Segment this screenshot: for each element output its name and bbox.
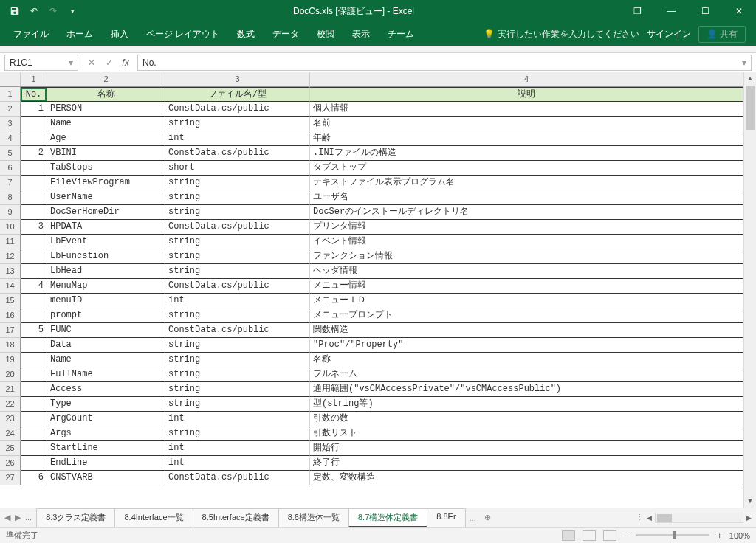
cell[interactable]: menuID [47,294,165,308]
sheet-tab[interactable]: 8.7構造体定義書 [348,508,427,528]
cell[interactable]: メニュープロンプト [310,308,743,323]
cell[interactable]: ConstData.cs/public [165,146,310,161]
cell[interactable]: ArgCount [47,412,165,426]
maximize-button[interactable]: ☐ [688,0,722,22]
cell[interactable]: string [165,190,310,205]
cell[interactable]: 6 [21,471,47,485]
cell[interactable]: 型(string等) [310,397,743,412]
cell[interactable]: 引数の数 [310,412,743,426]
sheet-overflow-prev[interactable]: ... [25,513,32,522]
ribbon-tab[interactable]: チーム [379,24,423,45]
header-cell[interactable]: 説明 [310,87,743,102]
cell[interactable] [21,338,47,353]
cell[interactable]: FullName [47,367,165,382]
cell[interactable]: 1 [21,102,47,117]
cell[interactable] [21,397,47,412]
sheet-nav-next-icon[interactable]: ▶ [15,513,21,522]
cell[interactable]: int [165,412,310,426]
cell[interactable] [21,131,47,146]
cell[interactable]: string [165,176,310,190]
close-button[interactable]: ✕ [722,0,756,22]
vertical-scrollbar[interactable]: ▲ ▼ [743,72,756,508]
sheet-overflow-next[interactable]: ... [465,513,481,522]
cell[interactable] [21,161,47,176]
cell[interactable]: Name [47,117,165,131]
scroll-thumb[interactable] [746,86,755,130]
cell[interactable]: メニューＩＤ [310,294,743,308]
redo-icon[interactable]: ↷ [46,4,61,18]
minimize-button[interactable]: — [654,0,688,22]
zoom-level[interactable]: 100% [729,531,750,540]
page-layout-view-icon[interactable] [583,530,596,541]
column-header[interactable]: 4 [310,72,743,87]
row-header[interactable]: 2 [0,102,21,117]
cell[interactable]: string [165,117,310,131]
cell[interactable]: DocSerのインストールディレクトリ名 [310,205,743,220]
cell[interactable]: int [165,456,310,471]
cells-grid[interactable]: No.名称ファイル名/型説明1PERSONConstData.cs/public… [21,87,743,508]
name-box[interactable]: R1C1 ▾ [4,55,78,71]
cell[interactable]: ConstData.cs/public [165,279,310,294]
cell[interactable]: int [165,131,310,146]
row-header[interactable]: 20 [0,367,21,382]
cell[interactable]: CNSTVARB [47,471,165,485]
row-header[interactable]: 3 [0,117,21,131]
horizontal-scrollbar[interactable] [655,513,743,523]
header-cell[interactable]: 名称 [47,87,165,102]
cell[interactable] [21,308,47,323]
cell[interactable]: テキストファイル表示プログラム名 [310,176,743,190]
cell[interactable]: 2 [21,146,47,161]
row-header[interactable]: 24 [0,426,21,441]
cell[interactable] [21,190,47,205]
enter-icon[interactable]: ✓ [100,58,118,68]
cell[interactable]: Args [47,426,165,441]
row-header[interactable]: 21 [0,382,21,397]
zoom-slider[interactable] [636,534,709,536]
cell[interactable]: FUNC [47,323,165,338]
cell[interactable]: string [165,353,310,367]
row-header[interactable]: 5 [0,146,21,161]
cell[interactable]: ConstData.cs/public [165,323,310,338]
row-header[interactable]: 15 [0,294,21,308]
cell[interactable]: Age [47,131,165,146]
row-header[interactable]: 22 [0,397,21,412]
cell[interactable]: 名称 [310,353,743,367]
row-header[interactable]: 17 [0,323,21,338]
ribbon-tab[interactable]: 表示 [343,24,379,45]
cell[interactable] [21,205,47,220]
ribbon-tab[interactable]: ページ レイアウト [137,24,228,45]
cell[interactable]: string [165,426,310,441]
scroll-up-icon[interactable]: ▲ [744,72,756,85]
zoom-out-icon[interactable]: − [624,531,628,540]
cell[interactable]: 3 [21,220,47,235]
row-header[interactable]: 23 [0,412,21,426]
sheet-tab[interactable]: 8.5Interface定義書 [193,508,279,528]
share-button[interactable]: 👤 共有 [698,26,746,43]
cell[interactable]: .INIファイルの構造 [310,146,743,161]
sheet-tab[interactable]: 8.6構造体一覧 [278,508,349,528]
cell[interactable]: string [165,205,310,220]
cell[interactable]: ファンクション情報 [310,249,743,264]
cell[interactable]: string [165,235,310,249]
sheet-tab[interactable]: 8.3クラス定義書 [36,508,115,528]
cell[interactable]: 終了行 [310,456,743,471]
cell[interactable]: string [165,338,310,353]
cell[interactable]: 5 [21,323,47,338]
cell[interactable] [21,353,47,367]
tell-me-search[interactable]: 💡 実行したい作業を入力してください [484,28,639,41]
cell[interactable]: "Proc"/"Property" [310,338,743,353]
add-sheet-icon[interactable]: ⊕ [481,513,495,522]
cell[interactable]: 年齢 [310,131,743,146]
cell[interactable]: ヘッダ情報 [310,264,743,279]
undo-icon[interactable]: ↶ [27,4,41,18]
cell[interactable] [21,426,47,441]
cell[interactable]: string [165,308,310,323]
cell[interactable]: EndLine [47,456,165,471]
column-header[interactable]: 1 [21,72,47,87]
header-cell[interactable]: No. [21,87,47,102]
ribbon-tab[interactable]: 挿入 [102,24,137,45]
cell[interactable]: ConstData.cs/public [165,220,310,235]
cell[interactable] [21,367,47,382]
cell[interactable]: ConstData.cs/public [165,471,310,485]
cell[interactable]: string [165,397,310,412]
